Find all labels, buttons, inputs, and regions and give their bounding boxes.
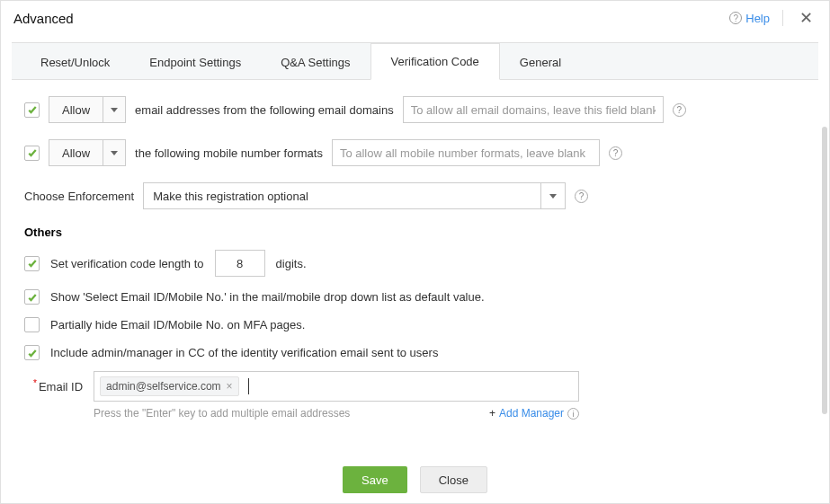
- text-cursor: [248, 378, 249, 394]
- help-link[interactable]: ? Help: [729, 12, 770, 25]
- mobile-format-mode-select[interactable]: Allow: [49, 139, 126, 166]
- email-domain-label: email addresses from the following email…: [135, 103, 394, 117]
- tab-bar: Reset/Unlock Endpoint Settings Q&A Setti…: [12, 42, 818, 80]
- others-heading: Others: [24, 225, 806, 239]
- email-domain-input[interactable]: [403, 96, 664, 123]
- chevron-down-icon[interactable]: [103, 96, 126, 123]
- email-chip: admin@selfservice.com ×: [100, 376, 239, 396]
- info-icon[interactable]: ?: [575, 190, 588, 203]
- info-icon[interactable]: ?: [609, 146, 622, 160]
- mobile-format-input[interactable]: [332, 139, 600, 166]
- code-length-checkbox[interactable]: [24, 256, 40, 271]
- show-default-label: Show 'Select Email ID/Mobile No.' in the…: [50, 290, 485, 304]
- code-length-input[interactable]: [215, 250, 265, 277]
- emailid-label: Email ID: [39, 380, 83, 393]
- emailid-input[interactable]: admin@selfservice.com ×: [94, 371, 579, 402]
- tab-general[interactable]: General: [500, 44, 581, 80]
- email-domain-checkbox[interactable]: [24, 102, 40, 118]
- scrollbar[interactable]: [822, 127, 827, 414]
- email-domain-mode-select[interactable]: Allow: [49, 96, 126, 123]
- tab-verification-code[interactable]: Verification Code: [370, 43, 500, 80]
- info-icon[interactable]: i: [567, 408, 579, 420]
- enforcement-select[interactable]: Make this registration optional: [143, 182, 566, 209]
- help-icon: ?: [729, 12, 742, 24]
- enforcement-label: Choose Enforcement: [24, 190, 134, 203]
- show-default-checkbox[interactable]: [24, 289, 40, 305]
- tab-qa-settings[interactable]: Q&A Settings: [261, 44, 370, 80]
- required-star: *: [33, 378, 37, 388]
- chip-remove-icon[interactable]: ×: [227, 380, 233, 393]
- close-icon[interactable]: ✕: [796, 8, 817, 28]
- partial-hide-checkbox[interactable]: [24, 317, 40, 332]
- page-title: Advanced: [13, 11, 74, 26]
- mobile-format-label: the following mobile number formats: [135, 146, 323, 160]
- emailid-hint: Press the "Enter" key to add multiple em…: [94, 407, 350, 420]
- chevron-down-icon[interactable]: [540, 182, 566, 209]
- partial-hide-label: Partially hide Email ID/Mobile No. on MF…: [50, 318, 305, 332]
- close-button[interactable]: Close: [420, 466, 487, 493]
- save-button[interactable]: Save: [343, 466, 407, 493]
- include-cc-checkbox[interactable]: [24, 345, 40, 360]
- include-cc-label: Include admin/manager in CC of the ident…: [50, 346, 438, 359]
- tab-endpoint-settings[interactable]: Endpoint Settings: [129, 44, 261, 80]
- info-icon[interactable]: ?: [673, 103, 686, 117]
- add-manager-link[interactable]: + Add Manager i: [489, 407, 579, 420]
- chevron-down-icon[interactable]: [103, 139, 126, 166]
- tab-reset-unlock[interactable]: Reset/Unlock: [21, 44, 129, 80]
- mobile-format-checkbox[interactable]: [24, 146, 40, 161]
